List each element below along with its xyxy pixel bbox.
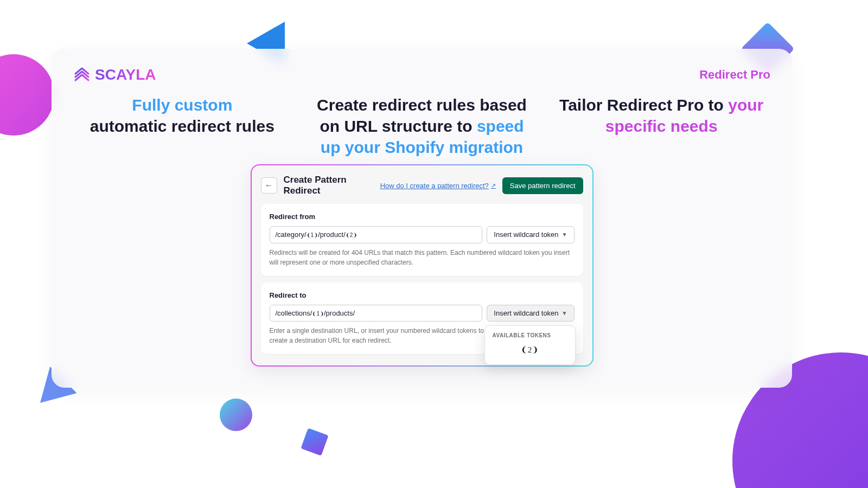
external-link-icon: ↗: [491, 182, 496, 189]
headline-3-text: Tailor Redirect Pro to: [559, 96, 728, 114]
redirect-from-row: /category/❨1❩/product/❨2❩ Insert wildcar…: [270, 226, 575, 243]
headline-col-2: Create redirect rules based on URL struc…: [313, 94, 531, 158]
scayla-logo-icon: [73, 66, 91, 84]
caret-down-icon: ▼: [562, 232, 567, 237]
popover-token-option[interactable]: ❨2❩: [493, 345, 567, 355]
headline-1-text: automatic redirect rules: [90, 117, 275, 135]
arrow-left-icon: ←: [265, 181, 273, 190]
decor-circle-pink: [0, 54, 54, 136]
app-panel: ← Create Pattern Redirect How do I creat…: [253, 167, 591, 364]
insert-token-from-button[interactable]: Insert wildcard token ▼: [487, 226, 574, 243]
headline-1-highlight: Fully custom: [132, 96, 232, 114]
brand-logo: SCAYLA: [73, 66, 156, 84]
redirect-to-helper: Enter a single destination URL, or inser…: [270, 326, 487, 345]
promo-card: SCAYLA Redirect Pro Fully custom automat…: [52, 49, 792, 388]
headline-col-3: Tailor Redirect Pro to your specific nee…: [552, 94, 770, 158]
redirect-from-helper: Redirects will be created for 404 URLs t…: [270, 248, 575, 267]
redirect-from-input[interactable]: /category/❨1❩/product/❨2❩: [270, 226, 483, 243]
available-tokens-popover: AVAILABLE TOKENS ❨2❩: [484, 325, 576, 365]
popover-label: AVAILABLE TOKENS: [493, 332, 567, 338]
app-panel-wrap: ← Create Pattern Redirect How do I creat…: [251, 164, 593, 367]
panel-title: Create Pattern Redirect: [284, 175, 374, 196]
redirect-to-input[interactable]: /collections/❨1❩/products/: [270, 305, 483, 322]
insert-token-to-button[interactable]: Insert wildcard token ▼: [487, 305, 574, 322]
redirect-to-row: /collections/❨1❩/products/ Insert wildca…: [270, 305, 575, 322]
card-header: SCAYLA Redirect Pro: [73, 66, 770, 84]
redirect-from-label: Redirect from: [270, 213, 575, 221]
headline-columns: Fully custom automatic redirect rules Cr…: [73, 94, 770, 158]
panel-header: ← Create Pattern Redirect How do I creat…: [261, 175, 583, 196]
token-1-chip: ❨1❩: [307, 232, 318, 239]
app-name: Redirect Pro: [699, 68, 770, 82]
decor-circle-small: [220, 399, 252, 431]
token-1-chip-to: ❨1❩: [312, 310, 324, 317]
redirect-from-section: Redirect from /category/❨1❩/product/❨2❩ …: [261, 204, 583, 276]
redirect-to-section: Redirect to /collections/❨1❩/products/ I…: [261, 282, 583, 355]
brand-name: SCAYLA: [95, 66, 156, 84]
caret-down-icon: ▼: [562, 310, 567, 316]
save-pattern-button[interactable]: Save pattern redirect: [502, 177, 583, 194]
token-2-chip: ❨2❩: [346, 232, 358, 239]
back-button[interactable]: ←: [261, 177, 277, 194]
decor-square: [301, 428, 328, 455]
headline-col-1: Fully custom automatic redirect rules: [73, 94, 291, 158]
help-link[interactable]: How do I create a pattern redirect? ↗: [380, 182, 496, 190]
insert-token-from-label: Insert wildcard token: [494, 230, 558, 239]
help-link-text: How do I create a pattern redirect?: [380, 182, 489, 190]
insert-token-to-label: Insert wildcard token: [494, 309, 558, 317]
redirect-to-label: Redirect to: [270, 291, 575, 299]
